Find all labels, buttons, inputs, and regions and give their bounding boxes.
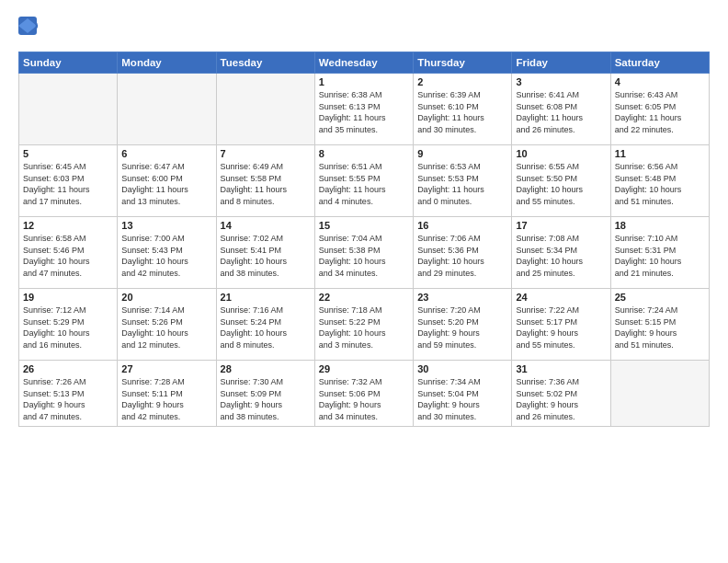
weekday-header-wednesday: Wednesday [314,52,413,74]
day-number: 21 [221,292,311,303]
calendar-cell: 15Sunrise: 7:04 AM Sunset: 5:38 PM Dayli… [314,217,413,289]
day-number: 24 [516,292,606,303]
day-number: 9 [417,148,507,159]
day-info: Sunrise: 7:28 AM Sunset: 5:11 PM Dayligh… [121,376,211,422]
week-row-2: 5Sunrise: 6:45 AM Sunset: 6:03 PM Daylig… [19,145,710,217]
day-info: Sunrise: 6:39 AM Sunset: 6:10 PM Dayligh… [417,89,507,135]
calendar-cell [216,74,314,145]
day-info: Sunrise: 7:06 AM Sunset: 5:36 PM Dayligh… [417,233,507,279]
day-number: 3 [516,76,606,87]
day-info: Sunrise: 7:02 AM Sunset: 5:41 PM Dayligh… [221,233,311,279]
day-info: Sunrise: 6:49 AM Sunset: 5:58 PM Dayligh… [221,161,311,207]
day-number: 15 [319,220,409,231]
day-info: Sunrise: 6:51 AM Sunset: 5:55 PM Dayligh… [319,161,409,207]
day-info: Sunrise: 7:10 AM Sunset: 5:31 PM Dayligh… [615,233,705,279]
day-info: Sunrise: 7:32 AM Sunset: 5:06 PM Dayligh… [319,376,409,422]
calendar-cell: 27Sunrise: 7:28 AM Sunset: 5:11 PM Dayli… [118,361,216,427]
day-info: Sunrise: 7:12 AM Sunset: 5:29 PM Dayligh… [23,304,113,350]
calendar-cell: 8Sunrise: 6:51 AM Sunset: 5:55 PM Daylig… [314,145,413,217]
calendar-cell: 22Sunrise: 7:18 AM Sunset: 5:22 PM Dayli… [314,289,413,361]
day-number: 8 [319,148,409,159]
calendar-cell: 3Sunrise: 6:41 AM Sunset: 6:08 PM Daylig… [512,74,610,145]
calendar-cell: 21Sunrise: 7:16 AM Sunset: 5:24 PM Dayli… [216,289,314,361]
calendar-cell: 12Sunrise: 6:58 AM Sunset: 5:46 PM Dayli… [19,217,118,289]
weekday-header-sunday: Sunday [19,52,118,74]
calendar-cell: 20Sunrise: 7:14 AM Sunset: 5:26 PM Dayli… [118,289,216,361]
week-row-5: 26Sunrise: 7:26 AM Sunset: 5:13 PM Dayli… [19,361,710,427]
day-info: Sunrise: 7:30 AM Sunset: 5:09 PM Dayligh… [221,376,311,422]
weekday-header-thursday: Thursday [414,52,512,74]
weekday-header-friday: Friday [512,52,610,74]
day-number: 22 [319,292,409,303]
day-info: Sunrise: 6:53 AM Sunset: 5:53 PM Dayligh… [417,161,507,207]
calendar-cell: 14Sunrise: 7:02 AM Sunset: 5:41 PM Dayli… [216,217,314,289]
calendar-cell [118,74,216,145]
weekday-header-saturday: Saturday [610,52,709,74]
calendar-cell: 31Sunrise: 7:36 AM Sunset: 5:02 PM Dayli… [512,361,610,427]
day-number: 30 [417,363,507,374]
header [18,17,710,42]
day-info: Sunrise: 6:58 AM Sunset: 5:46 PM Dayligh… [23,233,113,279]
calendar-cell: 24Sunrise: 7:22 AM Sunset: 5:17 PM Dayli… [512,289,610,361]
day-info: Sunrise: 7:16 AM Sunset: 5:24 PM Dayligh… [221,304,311,350]
day-number: 4 [615,76,705,87]
week-row-1: 1Sunrise: 6:38 AM Sunset: 6:13 PM Daylig… [19,74,710,145]
calendar-cell: 4Sunrise: 6:43 AM Sunset: 6:05 PM Daylig… [610,74,709,145]
day-number: 6 [121,148,211,159]
day-number: 16 [417,220,507,231]
day-info: Sunrise: 6:41 AM Sunset: 6:08 PM Dayligh… [516,89,606,135]
day-info: Sunrise: 7:20 AM Sunset: 5:20 PM Dayligh… [417,304,507,350]
day-number: 31 [516,363,606,374]
day-info: Sunrise: 7:04 AM Sunset: 5:38 PM Dayligh… [319,233,409,279]
calendar-cell: 23Sunrise: 7:20 AM Sunset: 5:20 PM Dayli… [414,289,512,361]
page: SundayMondayTuesdayWednesdayThursdayFrid… [0,0,728,563]
day-number: 7 [221,148,311,159]
weekday-header-monday: Monday [118,52,216,74]
day-number: 1 [319,76,409,87]
day-number: 27 [121,363,211,374]
calendar-cell: 1Sunrise: 6:38 AM Sunset: 6:13 PM Daylig… [314,74,413,145]
day-info: Sunrise: 6:47 AM Sunset: 6:00 PM Dayligh… [121,161,211,207]
day-number: 5 [23,148,113,159]
day-number: 11 [615,148,705,159]
day-number: 19 [23,292,113,303]
calendar-cell: 10Sunrise: 6:55 AM Sunset: 5:50 PM Dayli… [512,145,610,217]
week-row-3: 12Sunrise: 6:58 AM Sunset: 5:46 PM Dayli… [19,217,710,289]
day-info: Sunrise: 6:45 AM Sunset: 6:03 PM Dayligh… [23,161,113,207]
day-number: 10 [516,148,606,159]
day-info: Sunrise: 7:26 AM Sunset: 5:13 PM Dayligh… [23,376,113,422]
day-info: Sunrise: 7:14 AM Sunset: 5:26 PM Dayligh… [121,304,211,350]
day-info: Sunrise: 7:34 AM Sunset: 5:04 PM Dayligh… [417,376,507,422]
day-info: Sunrise: 6:56 AM Sunset: 5:48 PM Dayligh… [615,161,705,207]
day-number: 12 [23,220,113,231]
day-number: 25 [615,292,705,303]
calendar-cell [610,361,709,427]
day-info: Sunrise: 6:38 AM Sunset: 6:13 PM Dayligh… [319,89,409,135]
day-info: Sunrise: 7:00 AM Sunset: 5:43 PM Dayligh… [121,233,211,279]
day-number: 29 [319,363,409,374]
calendar-cell: 11Sunrise: 6:56 AM Sunset: 5:48 PM Dayli… [610,145,709,217]
logo [18,17,42,42]
calendar-cell: 29Sunrise: 7:32 AM Sunset: 5:06 PM Dayli… [314,361,413,427]
calendar-cell: 7Sunrise: 6:49 AM Sunset: 5:58 PM Daylig… [216,145,314,217]
day-info: Sunrise: 7:24 AM Sunset: 5:15 PM Dayligh… [615,304,705,350]
day-info: Sunrise: 7:18 AM Sunset: 5:22 PM Dayligh… [319,304,409,350]
day-number: 28 [221,363,311,374]
day-number: 18 [615,220,705,231]
calendar-cell [19,74,118,145]
calendar: SundayMondayTuesdayWednesdayThursdayFrid… [18,52,710,427]
calendar-cell: 28Sunrise: 7:30 AM Sunset: 5:09 PM Dayli… [216,361,314,427]
day-number: 17 [516,220,606,231]
day-info: Sunrise: 7:08 AM Sunset: 5:34 PM Dayligh… [516,233,606,279]
calendar-cell: 17Sunrise: 7:08 AM Sunset: 5:34 PM Dayli… [512,217,610,289]
calendar-cell: 18Sunrise: 7:10 AM Sunset: 5:31 PM Dayli… [610,217,709,289]
day-info: Sunrise: 6:55 AM Sunset: 5:50 PM Dayligh… [516,161,606,207]
day-number: 13 [121,220,211,231]
day-info: Sunrise: 7:36 AM Sunset: 5:02 PM Dayligh… [516,376,606,422]
day-info: Sunrise: 7:22 AM Sunset: 5:17 PM Dayligh… [516,304,606,350]
day-number: 14 [221,220,311,231]
day-number: 23 [417,292,507,303]
calendar-cell: 30Sunrise: 7:34 AM Sunset: 5:04 PM Dayli… [414,361,512,427]
calendar-cell: 16Sunrise: 7:06 AM Sunset: 5:36 PM Dayli… [414,217,512,289]
calendar-cell: 19Sunrise: 7:12 AM Sunset: 5:29 PM Dayli… [19,289,118,361]
